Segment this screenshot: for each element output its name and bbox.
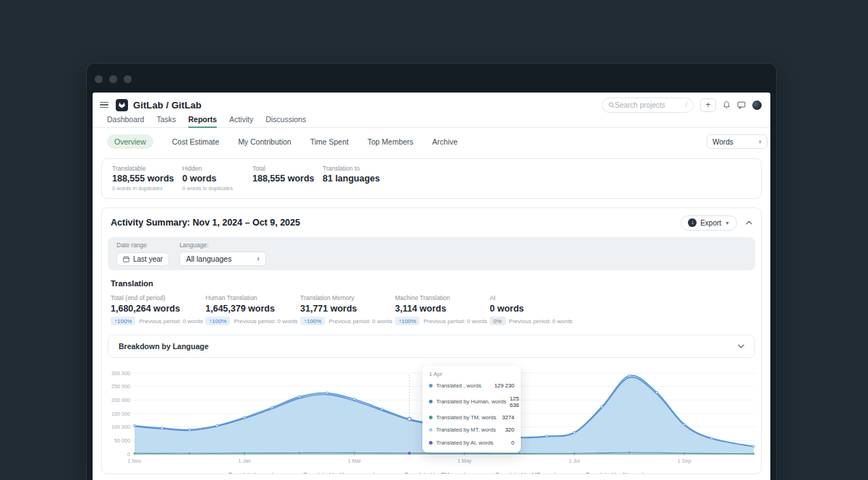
- metric-label: Human Translation: [205, 294, 300, 301]
- gitlab-logo-icon[interactable]: [116, 99, 128, 111]
- chart-legend: Translated , words Translated by Human, …: [108, 471, 755, 474]
- series-dot-icon: [429, 384, 433, 387]
- export-button[interactable]: ↓ Export ▼: [681, 215, 737, 231]
- feedback-chat-icon[interactable]: [737, 101, 746, 109]
- tooltip-row: Translated by Human, words125 636: [429, 392, 514, 411]
- trend-badge: ↑100%: [395, 317, 420, 325]
- metric-label: Translation Memory: [300, 294, 395, 301]
- breakdown-title: Breakdown by Language: [119, 342, 208, 351]
- window-control-dot[interactable]: [109, 75, 117, 83]
- window-titlebar: [87, 64, 776, 93]
- search-input[interactable]: [615, 101, 685, 109]
- filter-bar: Date range Last year Language: All langu…: [108, 237, 755, 270]
- legend-line-icon: [217, 474, 225, 475]
- tab-dashboard[interactable]: Dashboard: [107, 115, 144, 127]
- app-header: GitLab / GitLab / +: [93, 93, 770, 114]
- date-range-value: Last year: [133, 255, 163, 263]
- stat-value: 188,555 words: [252, 173, 323, 184]
- legend-item[interactable]: Translated by Human, words: [292, 471, 377, 474]
- legend-item[interactable]: Translated by MT, words: [484, 471, 558, 474]
- translation-section: Translation Total (end of period) 1,680,…: [108, 279, 752, 325]
- create-new-button[interactable]: +: [700, 98, 716, 112]
- translation-heading: Translation: [111, 279, 752, 288]
- metric-machine-translation: Machine Translation 3,114 words ↑100%Pre…: [395, 294, 490, 325]
- stat-total: Total 188,555 words: [252, 165, 323, 192]
- tab-activity[interactable]: Activity: [229, 115, 253, 127]
- stat-label: Translatable: [112, 165, 182, 172]
- legend-item[interactable]: Translated , words: [217, 471, 276, 474]
- project-title: GitLab / GitLab: [133, 100, 202, 111]
- metric-value: 0 words: [490, 304, 573, 314]
- metric-value: 1,680,264 words: [111, 304, 205, 314]
- trend-badge: ↑100%: [111, 317, 135, 325]
- svg-text:100 000: 100 000: [111, 424, 130, 430]
- svg-text:1 Jan: 1 Jan: [238, 458, 251, 464]
- date-range-button[interactable]: Last year: [116, 252, 169, 266]
- export-download-icon: ↓: [688, 218, 697, 227]
- activity-summary-card: Activity Summary: Nov 1, 2024 – Oct 9, 2…: [101, 207, 762, 474]
- stat-hidden: Hidden 0 words 0 words in duplicates: [182, 165, 252, 192]
- collapse-section-chevron-up[interactable]: [746, 220, 752, 225]
- legend-item[interactable]: Translated by AI, words: [574, 471, 646, 474]
- series-dot-icon: [429, 416, 433, 419]
- series-dot-icon: [429, 428, 433, 432]
- legend-line-icon: [574, 474, 582, 475]
- tab-reports[interactable]: Reports: [188, 115, 217, 127]
- notifications-bell-icon[interactable]: [723, 100, 731, 109]
- hamburger-menu-icon[interactable]: [100, 102, 109, 108]
- svg-text:1 Sep: 1 Sep: [678, 458, 692, 464]
- stat-label: Translation to: [323, 165, 393, 172]
- subtab-my-contribution[interactable]: My Contribution: [238, 137, 292, 146]
- svg-text:150 000: 150 000: [111, 411, 130, 417]
- metric-note: Previous period: 0 words: [234, 318, 297, 325]
- legend-line-icon: [393, 474, 401, 475]
- metric-note: Previous period: 0 words: [509, 318, 573, 325]
- window-control-dot[interactable]: [95, 75, 103, 83]
- stat-value: 81 languages: [323, 173, 393, 184]
- user-avatar[interactable]: [752, 100, 762, 110]
- language-dropdown[interactable]: All languages ▲▼: [179, 252, 266, 266]
- tab-discussions[interactable]: Discussions: [265, 115, 306, 127]
- window-control-dot[interactable]: [124, 75, 132, 83]
- language-label: Language:: [179, 241, 266, 249]
- tooltip-date: 1 Apr: [429, 371, 514, 377]
- metric-note: Previous period: 0 words: [423, 318, 487, 325]
- subtab-time-spent[interactable]: Time Spent: [310, 137, 349, 146]
- metric-ai: AI 0 words 0%Previous period: 0 words: [490, 294, 573, 325]
- subtab-overview[interactable]: Overview: [107, 134, 153, 149]
- tab-tasks[interactable]: Tasks: [156, 115, 176, 127]
- units-dropdown-value: Words: [712, 138, 733, 146]
- trend-badge: ↑100%: [205, 317, 230, 325]
- chevron-down-icon: [738, 344, 744, 348]
- stat-label: Hidden: [182, 165, 252, 172]
- activity-summary-header: Activity Summary: Nov 1, 2024 – Oct 9, 2…: [102, 208, 761, 237]
- select-updown-icon: ▲▼: [759, 140, 762, 145]
- series-dot-icon: [429, 400, 433, 403]
- activity-summary-title: Activity Summary: Nov 1, 2024 – Oct 9, 2…: [111, 218, 300, 228]
- caret-down-icon: ▼: [725, 220, 730, 226]
- metric-value: 3,114 words: [395, 304, 490, 314]
- metric-translation-memory: Translation Memory 31,771 words ↑100%Pre…: [300, 294, 395, 325]
- chart-tooltip: 1 Apr Translated , words129 230 Translat…: [422, 366, 521, 453]
- language-dropdown-value: All languages: [186, 254, 231, 263]
- stat-sub: [323, 185, 393, 191]
- legend-line-icon: [292, 474, 299, 475]
- activity-chart[interactable]: 050 000100 000150 000200 000250 000300 0…: [108, 362, 755, 474]
- svg-text:300 000: 300 000: [111, 370, 130, 377]
- trend-badge: ↑100%: [300, 317, 325, 325]
- stat-translation-to: Translation to 81 languages: [323, 165, 393, 192]
- subtab-top-members[interactable]: Top Members: [367, 137, 414, 146]
- breakdown-by-language-toggle[interactable]: Breakdown by Language: [108, 335, 755, 358]
- stat-value: 0 words: [182, 173, 252, 184]
- svg-text:1 Mar: 1 Mar: [348, 458, 362, 464]
- tooltip-row: Translated by AI, words0: [429, 437, 514, 449]
- stat-sub: 0 words in duplicates: [112, 185, 182, 192]
- svg-text:1 Jul: 1 Jul: [569, 458, 580, 464]
- search-box[interactable]: /: [602, 98, 694, 113]
- subtab-archive[interactable]: Archive: [433, 137, 458, 146]
- legend-item[interactable]: Translated by TM, words: [393, 471, 468, 474]
- select-updown-icon: ▲▼: [257, 257, 260, 262]
- subtab-cost-estimate[interactable]: Cost Estimate: [172, 137, 219, 146]
- search-shortcut-hint: /: [685, 101, 687, 108]
- units-dropdown[interactable]: Words ▲▼: [707, 134, 767, 149]
